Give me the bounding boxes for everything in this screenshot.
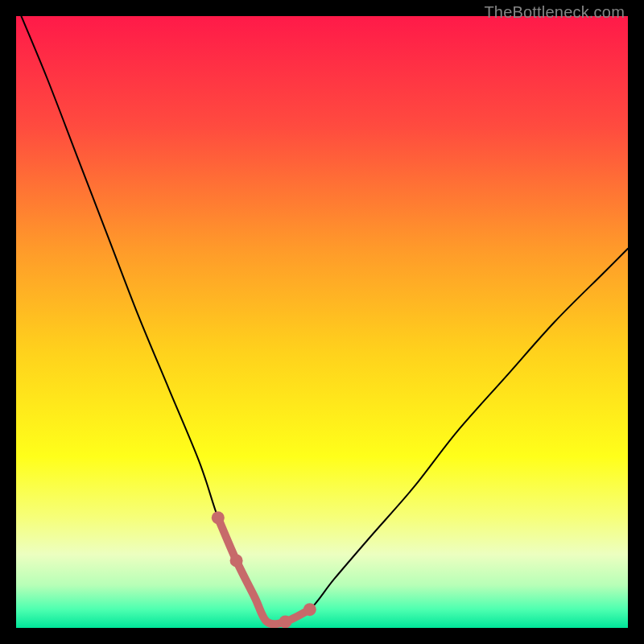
chart-frame: TheBottleneck.com xyxy=(0,0,644,644)
marker-point xyxy=(230,554,243,567)
series-highlight-band xyxy=(218,518,310,624)
watermark-text: TheBottleneck.com xyxy=(484,3,625,22)
series-bottleneck-curve xyxy=(16,16,628,624)
curve-layer xyxy=(16,16,628,628)
marker-point xyxy=(303,603,316,616)
plot-area xyxy=(16,16,628,628)
marker-point xyxy=(279,615,291,628)
marker-point xyxy=(212,511,225,524)
